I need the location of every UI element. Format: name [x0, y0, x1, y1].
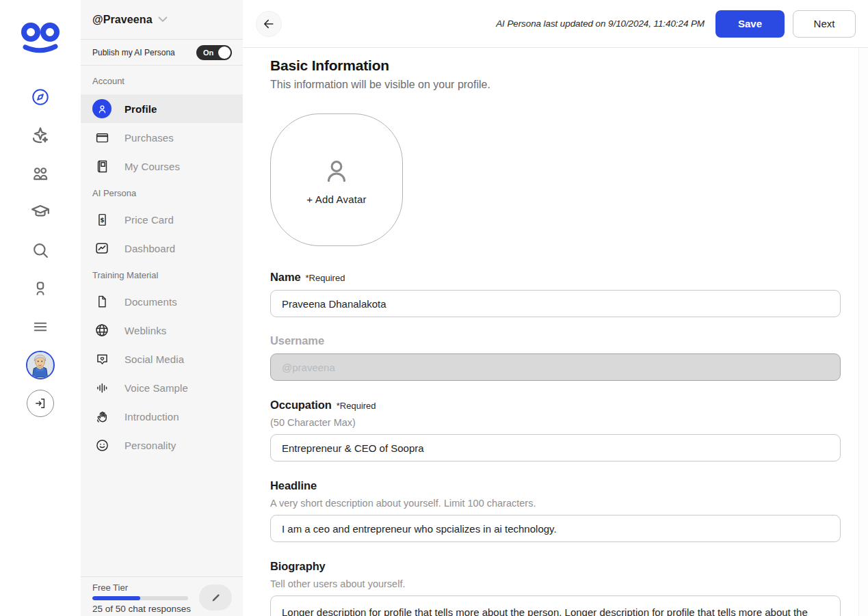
section-header-training-material: Training Material [81, 263, 243, 287]
sidebar-item-label: Purchases [124, 132, 174, 144]
search-icon[interactable] [0, 231, 81, 269]
back-button[interactable] [256, 11, 282, 37]
section-header-ai-persona: AI Persona [81, 180, 243, 205]
occupation-label: Occupation [270, 399, 332, 412]
sidebar-item-label: Weblinks [124, 325, 166, 336]
icon-rail [0, 0, 81, 616]
last-updated-text: AI Persona last updated on 9/10/2024, 11… [496, 18, 705, 29]
chevron-down-icon [158, 16, 168, 23]
sidebar-item-personality[interactable]: Personality [81, 431, 243, 459]
person-icon [321, 155, 352, 187]
price-card-icon: $ [92, 210, 111, 229]
globe-icon [92, 321, 111, 340]
sidebar-item-label: Dashboard [124, 243, 175, 254]
sidebar-item-profile[interactable]: Profile [81, 94, 243, 123]
sidebar-item-purchases[interactable]: Purchases [81, 123, 243, 152]
topbar: AI Persona last updated on 9/10/2024, 11… [243, 0, 868, 48]
name-label-row: Name *Required [270, 271, 841, 284]
sidebar-item-voice-sample[interactable]: Voice Sample [81, 373, 243, 402]
biography-label-row: Biography [270, 560, 841, 573]
waving-hand-icon [92, 407, 111, 426]
sidebar-item-introduction[interactable]: Introduction [81, 402, 243, 431]
sidebar-item-dashboard[interactable]: Dashboard [81, 234, 243, 263]
soopra-logo[interactable] [0, 22, 81, 56]
tier-footer: Free Tier 25 of 50 chat responses [81, 576, 243, 616]
add-avatar-label: + Add Avatar [306, 193, 367, 205]
sign-out-icon [27, 390, 54, 417]
sparkles-icon[interactable] [0, 116, 81, 155]
add-avatar-button[interactable]: + Add Avatar [270, 113, 403, 246]
usage-progress-bar [92, 596, 188, 600]
sidebar-item-my-courses[interactable]: My Courses [81, 152, 243, 180]
rail-nav [0, 78, 81, 423]
page-title: Basic Information [270, 57, 841, 74]
save-button[interactable]: Save [715, 10, 785, 38]
occupation-label-row: Occupation *Required [270, 399, 841, 412]
document-icon [92, 292, 111, 311]
sidebar-item-label: My Courses [124, 161, 180, 172]
main-panel: AI Persona last updated on 9/10/2024, 11… [243, 0, 868, 616]
biography-label: Biography [270, 560, 326, 573]
sidebar-item-price-card[interactable]: $ Price Card [81, 205, 243, 234]
compass-icon[interactable] [0, 78, 81, 116]
occupation-input[interactable] [270, 434, 841, 461]
app-window: @Praveena Publish my AI Persona On Accou… [0, 0, 868, 616]
graduation-cap-icon[interactable] [0, 193, 81, 231]
people-group-icon[interactable] [0, 155, 81, 193]
edit-persona-button[interactable] [199, 585, 232, 611]
username-label-row: Username [270, 334, 841, 347]
required-tag: *Required [337, 401, 376, 411]
sidebar-item-label: Social Media [124, 353, 184, 365]
headline-input[interactable] [270, 515, 841, 542]
sign-out-button[interactable] [0, 384, 81, 423]
sidebar-item-weblinks[interactable]: Weblinks [81, 316, 243, 345]
avatar-image [26, 351, 55, 379]
sidebar-item-documents[interactable]: Documents [81, 287, 243, 316]
book-icon [92, 157, 111, 176]
occupation-helper: (50 Character Max) [270, 417, 841, 428]
usage-progress-fill [92, 596, 140, 600]
sidebar-item-social-media[interactable]: Social Media [81, 345, 243, 373]
sidebar: @Praveena Publish my AI Persona On Accou… [81, 0, 243, 616]
name-input[interactable] [270, 290, 841, 317]
credit-card-icon [92, 128, 111, 147]
scrollbar[interactable] [858, 48, 868, 616]
toggle-state-label: On [203, 49, 213, 57]
form-scroll-area: Basic Information This information will … [243, 48, 858, 616]
publish-toggle[interactable]: On [196, 45, 232, 60]
page-subtitle: This information will be visible on your… [270, 79, 841, 91]
sidebar-item-label: Profile [124, 103, 157, 115]
profile-icon [92, 99, 111, 118]
user-avatar[interactable] [0, 346, 81, 384]
headline-label-row: Headline [270, 479, 841, 492]
headline-helper: A very short description about yourself.… [270, 498, 841, 509]
sidebar-item-label: Documents [124, 296, 177, 308]
section-header-account: Account [81, 66, 243, 94]
biography-textarea[interactable]: Longer description for profile that tell… [270, 595, 841, 616]
arrow-left-icon [262, 17, 276, 31]
toggle-knob [218, 46, 231, 59]
waveform-icon [92, 378, 111, 397]
persona-handle: @Praveena [92, 14, 153, 26]
next-button[interactable]: Next [793, 10, 856, 38]
name-label: Name [270, 271, 301, 284]
username-input [270, 353, 841, 381]
username-label: Username [270, 334, 324, 347]
sidebar-item-label: Introduction [124, 411, 179, 423]
biography-helper: Tell other users about yourself. [270, 578, 841, 589]
persona-icon[interactable] [0, 269, 81, 308]
sidebar-item-label: Voice Sample [124, 382, 188, 394]
publish-row: Publish my AI Persona On [81, 39, 243, 66]
svg-text:$: $ [100, 215, 104, 223]
persona-switcher[interactable]: @Praveena [81, 0, 243, 39]
sidebar-item-label: Personality [124, 440, 176, 451]
headline-label: Headline [270, 479, 317, 492]
chat-heart-icon [92, 349, 111, 369]
chart-icon [92, 239, 111, 258]
pencil-icon [210, 592, 222, 604]
sidebar-item-label: Price Card [124, 214, 174, 226]
publish-label: Publish my AI Persona [92, 48, 175, 57]
smiley-icon [92, 436, 111, 455]
menu-icon[interactable] [0, 308, 81, 346]
required-tag: *Required [306, 273, 345, 283]
